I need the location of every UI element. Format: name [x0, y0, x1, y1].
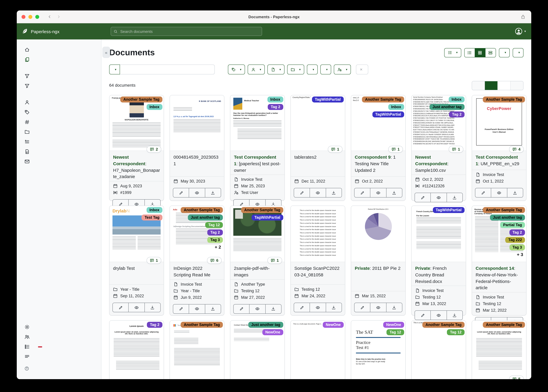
tag-pill[interactable]: Test Tag [142, 215, 162, 221]
download-button[interactable] [326, 188, 342, 197]
sidebar-item-settings[interactable] [17, 322, 101, 332]
page-1-button[interactable] [485, 81, 498, 90]
tag-pill[interactable]: TagWithPartial [312, 97, 344, 103]
comment-count-pill[interactable]: 1 [328, 146, 343, 153]
document-card[interactable]: Another Sample TagTagWithPartial12sample… [230, 206, 285, 315]
document-thumbnail[interactable]: This is a multi page document. Page 1.Ne… [291, 321, 345, 379]
sidebar-item-dashboard[interactable] [17, 45, 101, 55]
sidebar-item-document-types[interactable] [17, 117, 101, 127]
tag-pill[interactable]: Another Sample Tag [483, 207, 525, 213]
share-icon[interactable] [521, 14, 525, 19]
sidebar-item-templates[interactable] [17, 147, 101, 157]
tag-pill[interactable]: Tag 2 [147, 322, 162, 328]
document-correspondent[interactable]: Correspondent 9 [355, 154, 391, 160]
comment-count-pill[interactable]: 1 [267, 257, 282, 264]
document-card[interactable]: Country,Region/State,"TagWithPartial1tab… [290, 95, 345, 201]
forward-icon[interactable] [57, 15, 61, 19]
document-correspondent[interactable]: Newest Correspondent [113, 154, 145, 166]
sidebar-item-logs[interactable] [17, 352, 101, 362]
document-thumbnail[interactable]: Review ofof ArbitralCertainty of AwardAn… [472, 206, 526, 262]
tag-pill[interactable]: Tag 2 [208, 230, 223, 235]
search-input[interactable] [120, 29, 259, 34]
tag-pill[interactable]: Inbox [448, 97, 465, 103]
document-thumbnail[interactable]: one,1.0five,5.0Another Sample TagInboxTa… [351, 95, 405, 151]
filter-permissions-button[interactable]: ▾ [334, 64, 351, 74]
reset-filters-button[interactable] [356, 64, 368, 74]
document-title[interactable]: Test Correspondent 1: [paperless] test p… [234, 154, 281, 174]
tag-pill[interactable]: Partial Tag [500, 222, 525, 228]
document-card[interactable]: The SATPracticeTest #1Make time to take … [351, 320, 406, 379]
sidebar-item-mail[interactable] [17, 157, 101, 166]
document-thumbnail[interactable]: Lorem ipsumLorem ipsum dolor sit amet, c… [109, 321, 164, 379]
document-title[interactable]: Newest Correspondent: Sample100.csv [415, 154, 462, 174]
document-thumbnail[interactable]: AdoInDesign Scripting DocumentationAnoth… [170, 206, 224, 262]
download-button[interactable] [205, 188, 221, 197]
document-title[interactable]: InDesign 2022 Scripting Read Me [173, 265, 220, 278]
tag-pill[interactable]: Just another tag [490, 215, 525, 221]
document-thumbnail[interactable]: Medical TeacherHas the new Kirkpatrick g… [230, 95, 284, 151]
download-button[interactable] [447, 193, 462, 202]
tag-pill[interactable]: Another Sample Tag [362, 97, 404, 103]
document-thumbnail[interactable]: Patient BP Distribution 2011 [351, 206, 405, 262]
document-thumbnail[interactable]: DrylabNInboxTest Tag [109, 206, 164, 262]
user-menu[interactable]: ▾ [515, 28, 526, 35]
sidebar-item-file-tasks[interactable] [17, 342, 101, 352]
comment-count-pill[interactable]: 6 [207, 257, 222, 264]
tag-pill[interactable]: Tag 2 [268, 104, 283, 110]
tag-pill[interactable]: Inbox [388, 104, 404, 110]
document-card[interactable]: This is a test for the double space char… [290, 206, 345, 315]
edit-button[interactable] [415, 193, 431, 202]
zoom-window-button[interactable] [35, 15, 39, 19]
download-button[interactable] [386, 188, 402, 197]
page-prev-button[interactable] [472, 81, 485, 90]
document-thumbnail[interactable]: This is a test for the double space char… [291, 206, 345, 262]
sidebar-item-tags[interactable] [17, 107, 101, 117]
preview-button[interactable] [310, 188, 326, 197]
tag-pill[interactable]: Another Sample Tag [483, 97, 525, 103]
document-thumbnail[interactable]: Test NameAnother Sample Tag [170, 321, 224, 379]
documentation-link[interactable] [25, 364, 98, 373]
document-card[interactable]: Patient BP Distribution 2011Private: 201… [351, 206, 406, 315]
filter-created-button[interactable]: ▾ [307, 64, 318, 74]
tag-pill[interactable]: Tag 2 [449, 112, 465, 117]
sidebar-item-users-groups[interactable] [17, 332, 101, 342]
comment-count-pill[interactable]: 1 [449, 146, 463, 153]
sort-button[interactable]: ▾ [499, 48, 510, 57]
document-title[interactable]: Newest Correspondent: H7_Napoleon_Bonapa… [113, 154, 160, 180]
tag-pill[interactable]: NewOne [323, 322, 344, 328]
tag-pill[interactable]: Inbox [146, 207, 162, 213]
edit-button[interactable] [354, 303, 370, 312]
document-title[interactable]: Private: 2011 BP Pie 2 [355, 265, 402, 272]
sidebar-item-custom-fields[interactable] [17, 137, 101, 147]
tag-pill[interactable]: Tag 2 [510, 230, 525, 235]
document-title[interactable]: Private: French Country Bread Revised.do… [415, 265, 462, 285]
tag-pill[interactable]: Tag 12 [387, 329, 404, 335]
tag-pill[interactable]: Another Sample Tag [181, 207, 223, 213]
select-button[interactable]: ▾ [444, 48, 461, 57]
tag-pill[interactable]: NewOne [383, 322, 404, 328]
preview-button[interactable] [370, 303, 386, 312]
filter-correspondent-button[interactable]: ▾ [248, 64, 265, 74]
document-card[interactable]: This is a testAnother Sample TagTag 12 [411, 320, 466, 379]
document-title[interactable]: Correspondent 9: 1 Testing New Title Upd… [355, 154, 402, 174]
tag-pill[interactable]: Just another tag [248, 322, 283, 328]
document-correspondent[interactable]: Newest Correspondent [415, 154, 447, 166]
edit-button[interactable] [173, 304, 189, 313]
tag-pill[interactable]: TagWithPartial [372, 112, 404, 117]
document-thumbnail[interactable]: ✳ BANK OF SCOTLAND2,0 % p. a. auf Ihr Ta… [170, 95, 224, 151]
comment-count-pill[interactable]: 2 [147, 146, 161, 153]
document-thumbnail[interactable]: Contact Sheet DemoJust another tagNewOne [230, 321, 284, 379]
global-search[interactable] [111, 27, 262, 36]
document-title[interactable]: Correspondent 14: Review-of-New-York-Fed… [476, 265, 523, 291]
tag-pill[interactable]: Another Sample Tag [120, 97, 162, 103]
preview-button[interactable] [189, 188, 205, 197]
document-card[interactable]: CyberPowerPowerPanel® Business EditionUs… [472, 95, 526, 201]
document-card[interactable]: Serial Number,Company Name,Employe978818… [411, 95, 466, 201]
document-card[interactable]: ✳ BANK OF SCOTLAND2,0 % p. a. auf Ihr Ta… [170, 95, 224, 201]
sidebar-item-inbox[interactable] [17, 71, 101, 81]
preview-button[interactable] [431, 193, 447, 202]
search-type-dropdown[interactable]: ▾ [109, 64, 120, 74]
download-button[interactable] [145, 303, 160, 312]
document-thumbnail[interactable]: Lorem ipsumLorem ipsum dolor sit amet, c… [472, 321, 526, 379]
tag-pill[interactable]: Tag 222 [505, 237, 525, 243]
